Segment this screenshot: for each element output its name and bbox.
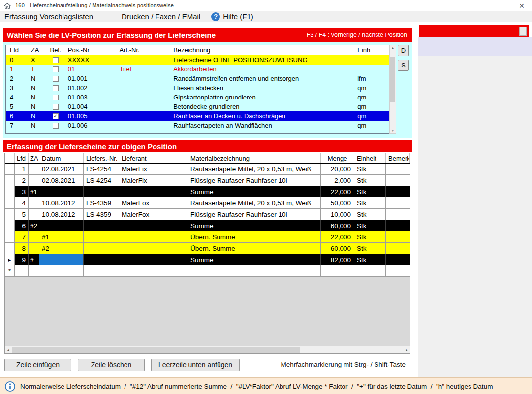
cell-bemerkung[interactable] bbox=[386, 175, 410, 186]
cell-lieferant[interactable] bbox=[119, 243, 188, 254]
cell-za[interactable]: #2 bbox=[29, 220, 39, 231]
cell-bemerkung[interactable] bbox=[386, 164, 410, 174]
row-selector-cell[interactable]: * bbox=[5, 265, 15, 276]
cell-bemerkung[interactable] bbox=[386, 197, 410, 208]
cell-materialbezeichnung[interactable]: Übern. Summe bbox=[188, 231, 321, 242]
cell-materialbezeichnung[interactable]: Raufasertapete Mittel, 20 x 0,53 m, Weiß bbox=[188, 164, 321, 174]
cell-liefers-nr[interactable]: LS-4254 bbox=[84, 164, 119, 174]
cell-za[interactable] bbox=[29, 175, 39, 186]
cell-datum[interactable]: 10.08.2012 bbox=[39, 209, 84, 220]
cell-lieferant[interactable] bbox=[119, 231, 188, 242]
cell-za[interactable] bbox=[29, 164, 39, 174]
cell-lieferant[interactable]: MalerFix bbox=[119, 175, 188, 186]
row-selector-cell[interactable] bbox=[5, 209, 15, 220]
cell-datum[interactable] bbox=[39, 254, 84, 265]
cell-lfd[interactable]: 1 bbox=[15, 164, 29, 174]
cell-materialbezeichnung[interactable] bbox=[188, 265, 321, 276]
cell-za[interactable] bbox=[29, 231, 39, 242]
cell-materialbezeichnung[interactable]: Übern. Summe bbox=[188, 243, 321, 254]
cell-materialbezeichnung[interactable]: Flüssige Raufaser Rauhfaser 10l bbox=[188, 175, 321, 186]
cell-menge[interactable]: 10,000 bbox=[321, 209, 354, 220]
cell-einheit[interactable]: Stk bbox=[354, 220, 386, 231]
bel-checkbox[interactable] bbox=[53, 113, 59, 119]
menu-drucken-faxen-email[interactable]: Drucken / Faxen / EMail bbox=[122, 12, 200, 21]
cell-liefers-nr[interactable] bbox=[84, 186, 119, 197]
cell-datum[interactable] bbox=[39, 186, 84, 197]
cell-einheit[interactable]: Stk bbox=[354, 254, 386, 265]
cell-liefers-nr[interactable] bbox=[84, 265, 119, 276]
bel-checkbox[interactable] bbox=[53, 66, 59, 72]
cell-lfd[interactable]: 8 bbox=[15, 243, 29, 254]
lv-position-row[interactable]: 3 N 01.002 Fliesen abdecken qm bbox=[6, 83, 389, 93]
cell-materialbezeichnung[interactable]: Summe bbox=[188, 220, 321, 231]
lv-position-row[interactable]: 2 N 01.001 Randdämmstreifen entfernen un… bbox=[6, 74, 389, 83]
cell-materialbezeichnung[interactable]: Raufasertapete Mittel, 20 x 0,53 m, Weiß bbox=[188, 197, 321, 208]
cell-menge[interactable] bbox=[321, 265, 354, 276]
cell-lfd[interactable] bbox=[15, 265, 29, 276]
delivery-grid-hscrollbar[interactable]: ◄ ► bbox=[5, 346, 410, 353]
cell-einheit[interactable]: Stk bbox=[354, 164, 386, 174]
cell-liefers-nr[interactable]: LS-4359 bbox=[84, 209, 119, 220]
cell-lieferant[interactable] bbox=[119, 186, 188, 197]
cell-menge[interactable]: 20,000 bbox=[321, 164, 354, 174]
cell-lieferant[interactable] bbox=[119, 254, 188, 265]
cell-einheit[interactable]: Stk bbox=[354, 186, 386, 197]
cell-lieferant[interactable]: MalerFox bbox=[119, 209, 188, 220]
bel-checkbox[interactable] bbox=[53, 123, 59, 129]
cell-liefers-nr[interactable]: LS-4359 bbox=[84, 197, 119, 208]
cell-einheit[interactable]: Stk bbox=[354, 175, 386, 186]
bel-checkbox[interactable] bbox=[53, 85, 59, 91]
cell-za[interactable] bbox=[29, 209, 39, 220]
row-selector-cell[interactable] bbox=[5, 197, 15, 208]
cell-datum[interactable]: 02.08.2021 bbox=[39, 175, 84, 186]
position-table-scrollbar[interactable]: ▲ ▼ bbox=[389, 45, 396, 134]
hscrollbar-thumb[interactable] bbox=[12, 347, 300, 353]
lv-position-row[interactable]: 5 N 01.004 Betondecke grundieren qm bbox=[6, 102, 389, 111]
cell-liefers-nr[interactable] bbox=[84, 243, 119, 254]
cell-menge[interactable]: 2,000 bbox=[321, 175, 354, 186]
scrollbar-thumb[interactable] bbox=[390, 57, 395, 102]
cell-datum[interactable] bbox=[39, 220, 84, 231]
cell-lieferant[interactable]: MalerFix bbox=[119, 164, 188, 174]
cell-datum[interactable]: 10.08.2012 bbox=[39, 197, 84, 208]
cell-za[interactable]: # bbox=[29, 254, 39, 265]
cell-einheit[interactable]: Stk bbox=[354, 209, 386, 220]
cell-menge[interactable]: 22,000 bbox=[321, 186, 354, 197]
cell-datum[interactable]: 02.08.2021 bbox=[39, 164, 84, 174]
right-panel-button[interactable] bbox=[519, 27, 527, 36]
row-selector-cell[interactable] bbox=[5, 243, 15, 254]
cell-materialbezeichnung[interactable]: Flüssige Raufaser Rauhfaser 10l bbox=[188, 209, 321, 220]
row-selector-cell[interactable] bbox=[5, 164, 15, 174]
leerzeile-unten-anfuegen-button[interactable]: Leerzeile unten anfügen bbox=[151, 359, 240, 371]
scroll-right-icon[interactable]: ► bbox=[405, 347, 408, 353]
scroll-down-icon[interactable]: ▼ bbox=[390, 130, 396, 132]
cell-za[interactable]: #1 bbox=[29, 186, 39, 197]
cell-lfd[interactable]: 5 bbox=[15, 209, 29, 220]
cell-bemerkung[interactable] bbox=[386, 186, 410, 197]
lv-position-row[interactable]: 1 T 01 Titel Akkordarbeiten bbox=[6, 65, 389, 74]
lv-position-row[interactable]: 0 X XXXXX Lieferscheine OHNE POSITIONSZU… bbox=[6, 55, 389, 65]
cell-einheit[interactable]: Stk bbox=[354, 243, 386, 254]
cell-datum[interactable]: #2 bbox=[39, 243, 84, 254]
cell-za[interactable] bbox=[29, 243, 39, 254]
bel-checkbox[interactable] bbox=[53, 95, 59, 100]
cell-datum[interactable]: #1 bbox=[39, 231, 84, 242]
cell-menge[interactable]: 50,000 bbox=[321, 197, 354, 208]
cell-lfd[interactable]: 2 bbox=[15, 175, 29, 186]
cell-lfd[interactable]: 9 bbox=[15, 254, 29, 265]
lv-position-row[interactable]: 4 N 01.003 Gipskartonplatten grundieren … bbox=[6, 93, 389, 102]
close-icon[interactable]: ✕ bbox=[519, 1, 525, 10]
cell-einheit[interactable] bbox=[354, 265, 386, 276]
zeile-loeschen-button[interactable]: Zeile löschen bbox=[78, 359, 145, 371]
cell-menge[interactable]: 82,000 bbox=[321, 254, 354, 265]
s-button[interactable]: S bbox=[398, 60, 409, 71]
row-selector-cell[interactable] bbox=[5, 186, 15, 197]
row-selector-cell[interactable] bbox=[5, 231, 15, 242]
bel-checkbox[interactable] bbox=[53, 76, 59, 82]
cell-menge[interactable]: 22,000 bbox=[321, 231, 354, 242]
cell-lieferant[interactable] bbox=[119, 265, 188, 276]
cell-bemerkung[interactable] bbox=[386, 220, 410, 231]
cell-lfd[interactable]: 6 bbox=[15, 220, 29, 231]
cell-lfd[interactable]: 7 bbox=[15, 231, 29, 242]
cell-liefers-nr[interactable]: LS-4254 bbox=[84, 175, 119, 186]
